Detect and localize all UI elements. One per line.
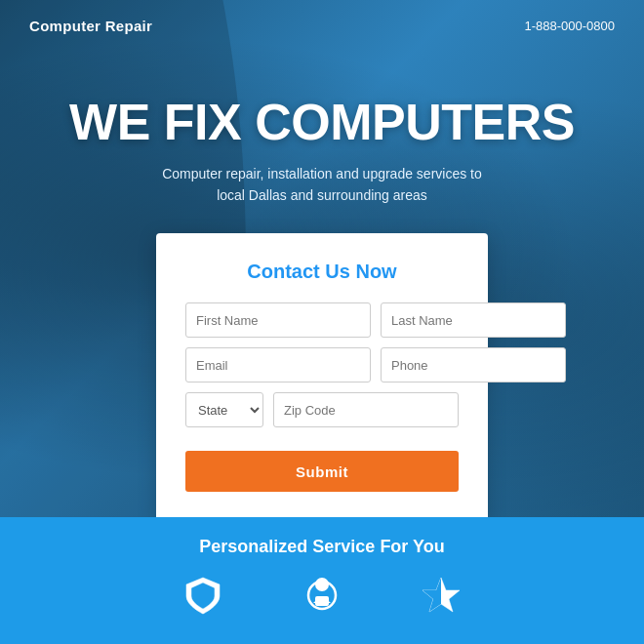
section-title: Personalized Service For You (199, 537, 444, 557)
hero-section: Computer Repair 1-888-000-0800 WE FIX CO… (0, 0, 644, 517)
nav-logo: Computer Repair (29, 18, 152, 34)
bottom-section: Personalized Service For You (0, 517, 644, 644)
last-name-input[interactable] (381, 302, 566, 338)
hero-title: WE FIX COMPUTERS (69, 96, 575, 149)
form-title: Contact Us Now (185, 261, 459, 283)
phone-input[interactable] (381, 347, 566, 382)
contact-row (185, 347, 459, 382)
first-name-input[interactable] (185, 302, 371, 338)
shield-icon (182, 575, 223, 616)
state-select[interactable]: State TX CA (185, 392, 263, 427)
contact-form-card: Contact Us Now State TX CA Submit (156, 233, 488, 517)
nav-phone: 1-888-000-0800 (524, 19, 615, 33)
location-row: State TX CA (185, 392, 459, 427)
submit-button[interactable]: Submit (185, 451, 459, 492)
svg-rect-2 (315, 596, 329, 606)
svg-point-0 (315, 578, 329, 591)
email-input[interactable] (185, 347, 371, 382)
hero-subtitle: Computer repair, installation and upgrad… (161, 163, 483, 207)
icon-item-shield (182, 575, 223, 616)
hero-content: WE FIX COMPUTERS Computer repair, instal… (69, 52, 575, 517)
icons-row (182, 575, 462, 616)
zip-input[interactable] (273, 392, 459, 427)
top-nav: Computer Repair 1-888-000-0800 (0, 0, 644, 52)
person-icon (302, 575, 342, 616)
name-row (185, 302, 459, 338)
icon-item-star (421, 575, 462, 616)
icon-item-technician (302, 575, 342, 616)
star-icon (421, 575, 462, 616)
